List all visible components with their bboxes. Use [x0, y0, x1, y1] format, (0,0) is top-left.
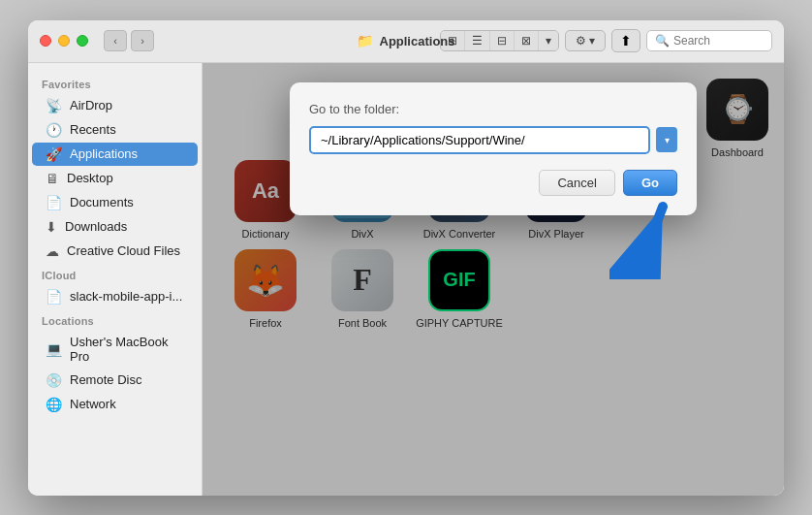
back-button[interactable]: ‹ [104, 30, 127, 51]
applications-icon: 🚀 [46, 146, 62, 162]
icloud-section: iCloud [28, 264, 202, 284]
forward-button[interactable]: › [131, 30, 154, 51]
slack-label: slack-mobile-app-i... [70, 289, 182, 304]
arrow-annotation [609, 192, 687, 283]
minimize-button[interactable] [58, 35, 70, 47]
search-icon: 🔍 [655, 34, 670, 48]
goto-folder-dialog: Go to the folder: ▾ Cancel Go [290, 82, 697, 215]
share-button[interactable]: ⬆ [611, 29, 640, 52]
documents-label: Documents [70, 195, 134, 209]
traffic-lights [40, 35, 88, 47]
list-view-btn[interactable]: ☰ [465, 31, 489, 50]
search-input[interactable] [673, 34, 764, 48]
locations-section: Locations [28, 309, 202, 330]
favorites-section: Favorites [28, 73, 202, 93]
network-label: Network [70, 397, 116, 411]
dialog-input-row: ▾ [309, 126, 677, 154]
maximize-button[interactable] [77, 35, 88, 47]
svg-line-4 [639, 207, 663, 270]
dialog-title: Go to the folder: [309, 102, 677, 116]
sidebar-item-remote-disc[interactable]: 💿 Remote Disc [32, 369, 198, 392]
creative-cloud-label: Creative Cloud Files [67, 243, 180, 258]
desktop-label: Desktop [67, 171, 113, 185]
sidebar-item-desktop[interactable]: 🖥 Desktop [32, 167, 198, 190]
sidebar-item-documents[interactable]: 📄 Documents [32, 191, 198, 214]
documents-icon: 📄 [46, 195, 62, 210]
title-text: Applications [379, 34, 454, 48]
sidebar-item-applications[interactable]: 🚀 Applications [32, 143, 198, 166]
sidebar-item-creative-cloud[interactable]: ☁ Creative Cloud Files [32, 240, 198, 263]
airdrop-icon: 📡 [46, 98, 62, 113]
dialog-overlay: Go to the folder: ▾ Cancel Go [203, 63, 784, 496]
desktop-icon: 🖥 [46, 171, 59, 186]
title-folder-icon: 📁 [357, 33, 373, 48]
folder-path-input[interactable] [309, 126, 650, 154]
titlebar: ‹ › 📁 Applications ⊞ ☰ ⊟ ⊠ ▾ ⚙ ▾ ⬆ 🔍 [28, 20, 784, 63]
remote-disc-icon: 💿 [46, 372, 62, 388]
close-button[interactable] [40, 35, 51, 47]
view-buttons: ⊞ ☰ ⊟ ⊠ ▾ [440, 30, 559, 51]
macbook-label: Usher's MacBook Pro [70, 335, 184, 364]
sidebar: Favorites 📡 AirDrop 🕐 Recents 🚀 Applicat… [28, 63, 203, 496]
action-button[interactable]: ⚙ ▾ [565, 30, 606, 51]
slack-icon: 📄 [46, 289, 62, 305]
nav-buttons: ‹ › [104, 30, 154, 51]
sidebar-item-network[interactable]: 🌐 Network [32, 393, 198, 416]
recents-label: Recents [70, 122, 116, 137]
input-dropdown-button[interactable]: ▾ [656, 127, 677, 152]
window-title: 📁 Applications [357, 33, 454, 48]
remote-disc-label: Remote Disc [70, 372, 141, 387]
file-area: ⌚ Dashboard Aa Dictionary [203, 63, 784, 496]
sidebar-item-downloads[interactable]: ⬇ Downloads [32, 215, 198, 239]
creative-cloud-icon: ☁ [46, 243, 59, 259]
macbook-icon: 💻 [46, 341, 62, 357]
sidebar-item-macbook[interactable]: 💻 Usher's MacBook Pro [32, 331, 198, 368]
finder-window: ‹ › 📁 Applications ⊞ ☰ ⊟ ⊠ ▾ ⚙ ▾ ⬆ 🔍 [28, 20, 784, 496]
downloads-icon: ⬇ [46, 219, 57, 235]
sidebar-item-recents[interactable]: 🕐 Recents [32, 118, 198, 142]
gallery-view-btn[interactable]: ⊠ [515, 31, 538, 50]
main-content: Favorites 📡 AirDrop 🕐 Recents 🚀 Applicat… [28, 63, 784, 496]
sidebar-item-airdrop[interactable]: 📡 AirDrop [32, 94, 198, 117]
view-dropdown-btn[interactable]: ▾ [539, 31, 558, 50]
search-box: 🔍 [646, 30, 772, 51]
cancel-button[interactable]: Cancel [539, 170, 614, 196]
recents-icon: 🕐 [46, 122, 62, 138]
sidebar-item-slack[interactable]: 📄 slack-mobile-app-i... [32, 285, 198, 308]
applications-label: Applications [70, 146, 138, 161]
airdrop-label: AirDrop [70, 98, 112, 113]
arrow-svg [609, 192, 687, 279]
column-view-btn[interactable]: ⊟ [490, 31, 514, 50]
network-icon: 🌐 [46, 397, 62, 412]
downloads-label: Downloads [65, 219, 127, 234]
toolbar-right: ⊞ ☰ ⊟ ⊠ ▾ ⚙ ▾ ⬆ 🔍 [440, 29, 772, 52]
